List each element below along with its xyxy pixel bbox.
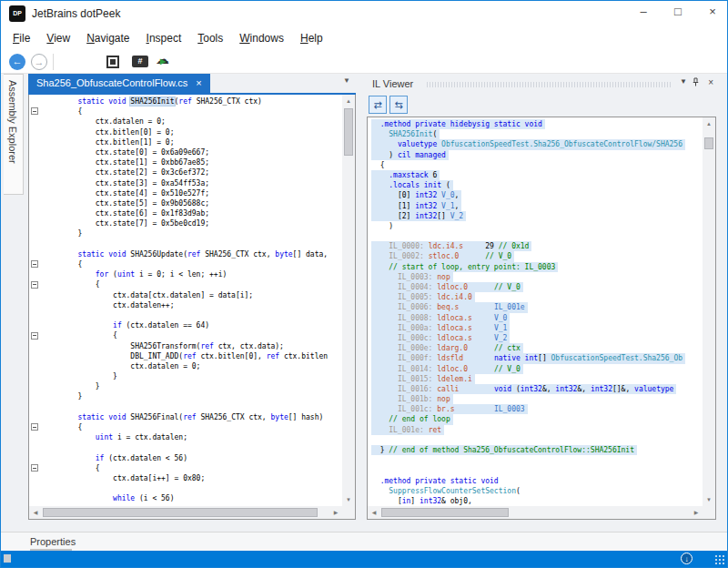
- il-code[interactable]: .method private hidebysig static void SH…: [368, 117, 703, 506]
- code-line: IL_000f: ldsfld native int[] Obfuscation…: [371, 353, 703, 363]
- maximize-button[interactable]: □: [671, 5, 685, 18]
- fold-marker-icon[interactable]: [31, 281, 38, 289]
- code-line: [43, 310, 342, 320]
- menu-windows[interactable]: Windows: [231, 28, 292, 48]
- status-bar: ↓: [1, 551, 727, 567]
- code-line: IL_000c: ldloca.s V_2: [371, 333, 703, 343]
- code-line: IL_0016: calli void (int32&, int32&, int…: [371, 384, 703, 394]
- sidebar-tab-assembly-explorer[interactable]: Assembly Explorer: [4, 74, 24, 195]
- sync-with-editor-toggle[interactable]: ⇄: [369, 96, 387, 114]
- toolbar-separator: [53, 54, 54, 70]
- app-window: DP JetBrains dotPeek – □ × File View Nav…: [0, 0, 728, 568]
- scroll-right-icon[interactable]: ▶: [329, 506, 342, 519]
- scroll-down-icon[interactable]: ▼: [703, 493, 715, 506]
- fold-marker-icon[interactable]: [31, 464, 38, 472]
- title-bar: DP JetBrains dotPeek – □ ×: [1, 1, 727, 26]
- fold-marker-icon[interactable]: [31, 260, 38, 268]
- forward-button[interactable]: →: [31, 54, 47, 70]
- menu-help[interactable]: Help: [292, 28, 331, 48]
- menu-inspect[interactable]: Inspect: [138, 28, 190, 48]
- close-button[interactable]: ×: [705, 5, 720, 18]
- code-line: IL_0008: ldloca.s V_0: [371, 313, 703, 323]
- code-line: [43, 442, 342, 452]
- back-button[interactable]: ←: [9, 54, 25, 70]
- cloud-sync-icon[interactable]: ☁▶: [156, 51, 169, 67]
- il-viewer-pane: IL Viewer ▼ × ⇄ ⇆ .method private hideby…: [365, 74, 720, 520]
- scrollbar-thumb[interactable]: [344, 108, 353, 156]
- fold-marker-icon[interactable]: [31, 107, 38, 115]
- tab-sha256-obfuscatecontrolflow[interactable]: Sha256_ObfuscateControlFlow.cs×: [28, 74, 210, 93]
- menu-navigate[interactable]: Navigate: [78, 28, 137, 48]
- code-line: IL_0015: ldelem.i: [371, 374, 703, 384]
- code-line: [in] int32& obj0,: [371, 496, 703, 506]
- scroll-up-icon[interactable]: ▲: [703, 117, 715, 130]
- scrollbar-thumb[interactable]: [43, 508, 318, 517]
- code-line: uint i = ctx.datalen;: [43, 432, 342, 442]
- scroll-down-icon[interactable]: ▼: [342, 493, 355, 506]
- code-line: ctx.state[6] = 0x1f83d9ab;: [43, 208, 342, 218]
- scroll-up-icon[interactable]: ▲: [342, 95, 355, 107]
- pin-icon[interactable]: [692, 77, 700, 88]
- code-line: IL_0014: ldloc.0 // V_0: [371, 364, 703, 374]
- code-line: ctx.state[0] = 0x6a09e667;: [43, 147, 342, 157]
- code-line: ctx.state[7] = 0x5be0cd19;: [43, 218, 342, 228]
- menu-file[interactable]: File: [5, 28, 38, 48]
- status-left-chip: [4, 554, 11, 563]
- scrollbar-thumb[interactable]: [381, 508, 509, 517]
- il-editor[interactable]: .method private hidebysig static void SH…: [367, 117, 716, 520]
- code-line: {: [371, 160, 703, 170]
- code-line: .maxstack 6: [371, 170, 703, 180]
- play-overlay-icon: ▶: [160, 57, 166, 66]
- code-line: [0] int32 V_0,: [371, 190, 703, 200]
- resize-grip[interactable]: [714, 554, 725, 565]
- code-line: [371, 231, 703, 241]
- process-explorer-icon[interactable]: [106, 56, 119, 68]
- track-caret-toggle[interactable]: ⇆: [389, 96, 408, 114]
- code-line: [43, 402, 342, 412]
- tab-list-dropdown-icon[interactable]: ▼: [343, 76, 350, 85]
- code-line: }: [43, 381, 342, 391]
- properties-label[interactable]: Properties: [30, 536, 76, 547]
- scroll-right-icon[interactable]: ▶: [690, 506, 703, 519]
- code-line: static void SHA256Init(ref SHA256_CTX ct…: [43, 96, 342, 106]
- fold-marker-icon[interactable]: [31, 423, 38, 431]
- code-line: static void SHA256Update(ref SHA256_CTX …: [43, 249, 342, 259]
- background-tasks-icon[interactable]: ↓: [681, 553, 693, 564]
- attach-to-process-icon[interactable]: #: [132, 56, 148, 67]
- il-viewer-header[interactable]: IL Viewer ▼ ×: [365, 74, 720, 95]
- code-line: ctx.state[1] = 0xbb67ae85;: [43, 157, 342, 167]
- panel-dropdown-icon[interactable]: ▼: [680, 77, 687, 86]
- scroll-left-icon[interactable]: ◀: [29, 506, 42, 519]
- minimize-button[interactable]: –: [636, 5, 651, 18]
- code-line: [371, 455, 703, 465]
- scroll-left-icon[interactable]: ◀: [368, 506, 380, 519]
- code-line: IL_0000: ldc.i4.s 29 // 0x1d: [371, 241, 703, 251]
- code-line: .method private static void: [371, 476, 703, 486]
- menu-view[interactable]: View: [38, 28, 78, 48]
- code-line: ): [371, 221, 703, 231]
- panel-close-icon[interactable]: ×: [708, 77, 713, 87]
- scrollbar-thumb[interactable]: [704, 137, 713, 149]
- code-line: // start of loop, entry point: IL_0003: [371, 262, 703, 272]
- csharp-code[interactable]: static void SHA256Init(ref SHA256_CTX ct…: [41, 95, 342, 506]
- code-line: if (ctx.datalen == 64): [43, 320, 342, 330]
- code-line: ctx.bitlen[1] = 0;: [43, 137, 342, 147]
- folding-gutter[interactable]: [29, 95, 41, 506]
- code-line: IL_0006: beq.s IL_001e: [371, 302, 703, 312]
- code-editor-pane: Sha256_ObfuscateControlFlow.cs× ▼ static…: [28, 74, 356, 520]
- menu-bar: File View Navigate Inspect Tools Windows…: [1, 26, 727, 50]
- menu-tools[interactable]: Tools: [189, 28, 231, 48]
- code-line: } // end of method Sha256_ObfuscateContr…: [371, 445, 703, 455]
- horizontal-scrollbar[interactable]: ◀ ▶: [368, 506, 703, 519]
- code-line: SuppressFlowCounterSetSection(: [371, 486, 703, 496]
- code-line: IL_0004: ldloc.0 // V_0: [371, 282, 703, 292]
- code-line: ctx.datalen = 0;: [43, 117, 342, 127]
- scrollbar-corner: [703, 506, 715, 519]
- code-line: ctx.state[4] = 0x510e527f;: [43, 188, 342, 198]
- csharp-editor[interactable]: static void SHA256Init(ref SHA256_CTX ct…: [28, 95, 356, 520]
- vertical-scrollbar[interactable]: ▲ ▼: [703, 117, 715, 506]
- tab-close-icon[interactable]: ×: [196, 77, 201, 88]
- vertical-scrollbar[interactable]: ▲ ▼: [342, 95, 355, 506]
- horizontal-scrollbar[interactable]: ◀ ▶: [29, 506, 342, 519]
- fold-marker-icon[interactable]: [31, 332, 38, 340]
